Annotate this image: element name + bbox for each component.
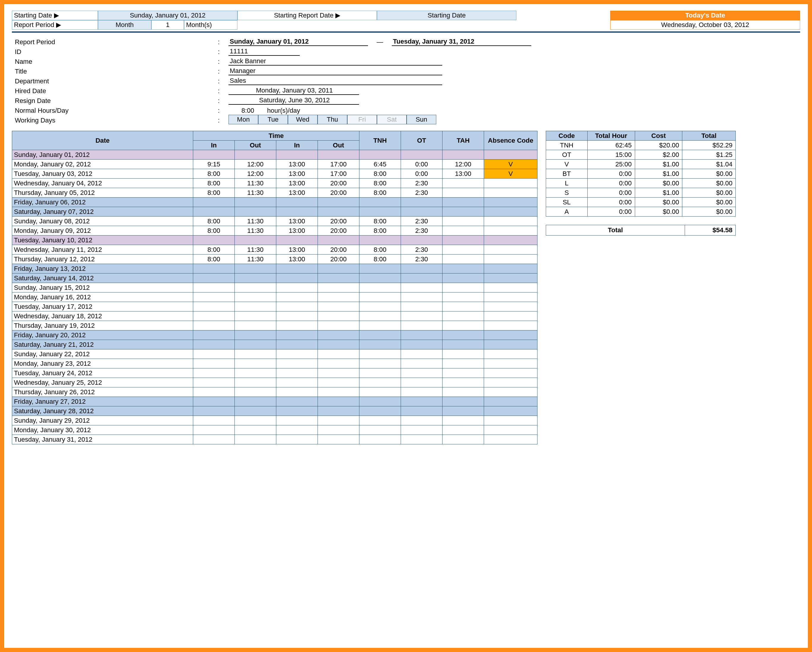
cell-out2[interactable]: [318, 425, 359, 435]
cell-in1[interactable]: [193, 407, 235, 416]
cell-ot[interactable]: 0:00: [401, 160, 443, 169]
cell-tnh[interactable]: [359, 378, 401, 387]
cell-tah[interactable]: [443, 150, 484, 160]
cell-in2[interactable]: [276, 283, 318, 292]
cell-in1[interactable]: 8:00: [193, 169, 235, 178]
cell-out1[interactable]: [235, 435, 276, 444]
cell-tah[interactable]: [443, 425, 484, 435]
cell-in2[interactable]: 13:00: [276, 245, 318, 254]
cell-abs[interactable]: [484, 340, 537, 349]
cell-out2[interactable]: [318, 369, 359, 378]
cell-out2[interactable]: 17:00: [318, 169, 359, 178]
cell-in1[interactable]: [193, 340, 235, 349]
cell-out2[interactable]: [318, 150, 359, 160]
cell-out2[interactable]: [318, 236, 359, 245]
cell-in1[interactable]: [193, 425, 235, 435]
cell-ot[interactable]: [401, 150, 443, 160]
working-day-sun[interactable]: Sun: [407, 115, 436, 124]
report-period-unit[interactable]: Month: [98, 20, 151, 30]
cell-ot[interactable]: [401, 435, 443, 444]
cell-tnh[interactable]: [359, 207, 401, 216]
cell-abs[interactable]: [484, 236, 537, 245]
cell-tah[interactable]: 12:00: [443, 160, 484, 169]
cell-tah[interactable]: [443, 236, 484, 245]
cell-abs[interactable]: [484, 226, 537, 236]
cell-tah[interactable]: [443, 387, 484, 397]
cell-in2[interactable]: [276, 435, 318, 444]
cell-ot[interactable]: [401, 236, 443, 245]
cell-out2[interactable]: 20:00: [318, 188, 359, 198]
cell-abs[interactable]: [484, 178, 537, 188]
cell-in1[interactable]: [193, 274, 235, 283]
cell-tnh[interactable]: [359, 425, 401, 435]
cell-tah[interactable]: [443, 216, 484, 226]
cell-out2[interactable]: [318, 340, 359, 349]
cell-abs[interactable]: [484, 359, 537, 369]
cell-out2[interactable]: 17:00: [318, 160, 359, 169]
cell-tnh[interactable]: 8:00: [359, 226, 401, 236]
cell-out2[interactable]: [318, 198, 359, 207]
cell-in1[interactable]: [193, 435, 235, 444]
cell-tah[interactable]: [443, 331, 484, 340]
cell-ot[interactable]: [401, 349, 443, 359]
cell-abs[interactable]: [484, 321, 537, 331]
cell-out2[interactable]: [318, 397, 359, 407]
cell-in1[interactable]: [193, 359, 235, 369]
cell-in1[interactable]: [193, 311, 235, 321]
cell-in1[interactable]: [193, 292, 235, 302]
cell-in1[interactable]: [193, 397, 235, 407]
working-day-sat[interactable]: Sat: [377, 115, 407, 124]
cell-ot[interactable]: [401, 274, 443, 283]
cell-out1[interactable]: [235, 274, 276, 283]
cell-in1[interactable]: 9:15: [193, 160, 235, 169]
cell-tah[interactable]: [443, 349, 484, 359]
cell-in1[interactable]: [193, 349, 235, 359]
cell-in1[interactable]: [193, 369, 235, 378]
cell-abs[interactable]: [484, 387, 537, 397]
cell-tnh[interactable]: 8:00: [359, 216, 401, 226]
cell-tnh[interactable]: 8:00: [359, 245, 401, 254]
cell-ot[interactable]: 2:30: [401, 226, 443, 236]
cell-tnh[interactable]: [359, 264, 401, 274]
cell-in2[interactable]: [276, 274, 318, 283]
cell-abs[interactable]: [484, 416, 537, 425]
cell-out2[interactable]: [318, 264, 359, 274]
cell-ot[interactable]: [401, 321, 443, 331]
cell-out2[interactable]: [318, 416, 359, 425]
cell-ot[interactable]: [401, 331, 443, 340]
cell-in1[interactable]: 8:00: [193, 216, 235, 226]
cell-out2[interactable]: [318, 311, 359, 321]
cell-out2[interactable]: [318, 407, 359, 416]
cell-in1[interactable]: [193, 302, 235, 311]
cell-abs[interactable]: [484, 349, 537, 359]
cell-tnh[interactable]: [359, 407, 401, 416]
cell-tah[interactable]: [443, 188, 484, 198]
cell-out2[interactable]: [318, 387, 359, 397]
cell-in2[interactable]: [276, 236, 318, 245]
cell-out2[interactable]: 20:00: [318, 226, 359, 236]
cell-ot[interactable]: [401, 416, 443, 425]
working-day-wed[interactable]: Wed: [288, 115, 317, 124]
cell-out2[interactable]: [318, 302, 359, 311]
cell-out1[interactable]: [235, 397, 276, 407]
cell-tah[interactable]: [443, 311, 484, 321]
cell-ot[interactable]: [401, 369, 443, 378]
cell-in2[interactable]: [276, 397, 318, 407]
starting-report-date-value[interactable]: Starting Date: [377, 11, 516, 20]
starting-date-value[interactable]: Sunday, January 01, 2012: [98, 11, 237, 20]
cell-tnh[interactable]: [359, 236, 401, 245]
cell-abs[interactable]: [484, 150, 537, 160]
cell-ot[interactable]: [401, 292, 443, 302]
cell-in2[interactable]: 13:00: [276, 188, 318, 198]
cell-in1[interactable]: [193, 198, 235, 207]
cell-abs[interactable]: [484, 292, 537, 302]
cell-in1[interactable]: [193, 283, 235, 292]
cell-out1[interactable]: [235, 378, 276, 387]
cell-tnh[interactable]: [359, 274, 401, 283]
cell-tnh[interactable]: 8:00: [359, 254, 401, 264]
cell-in1[interactable]: 8:00: [193, 254, 235, 264]
cell-ot[interactable]: [401, 425, 443, 435]
cell-in1[interactable]: [193, 416, 235, 425]
cell-tah[interactable]: [443, 369, 484, 378]
cell-out2[interactable]: [318, 378, 359, 387]
